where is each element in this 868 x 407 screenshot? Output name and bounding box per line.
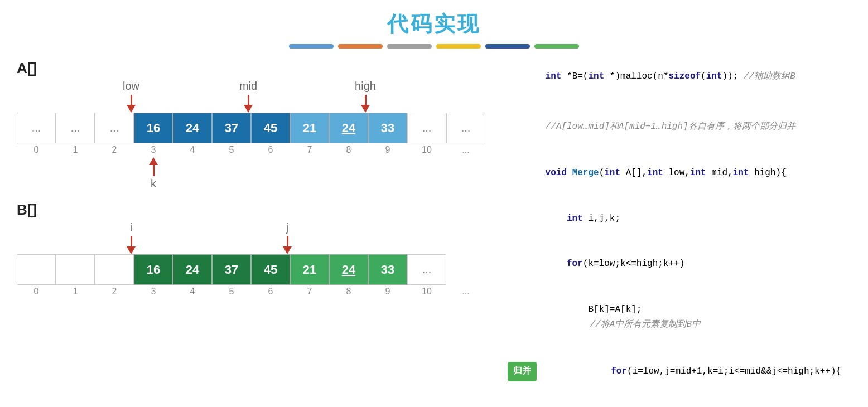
array-cell bbox=[56, 254, 95, 285]
index-cell: 0 bbox=[17, 143, 56, 155]
index-cell: 8 bbox=[329, 285, 368, 297]
array-cell bbox=[17, 254, 56, 285]
code-line-7: if(B[i]<=B[j]) bbox=[513, 394, 857, 407]
low-label: low bbox=[123, 80, 139, 93]
index-cell: 0 bbox=[17, 285, 56, 297]
mid-label: mid bbox=[239, 80, 257, 93]
color-bar-1 bbox=[289, 44, 334, 49]
code-line-6: for(i=low,j=mid+1,k=i;i<=mid&&j<=high;k+… bbox=[547, 349, 841, 395]
code-line-1: int *B=(int *)malloc(n*sizeof(int)); //辅… bbox=[513, 54, 857, 100]
array-a-indices: 0 1 2 3 4 5 6 7 8 9 10 ... bbox=[17, 143, 496, 155]
array-cell: 45 bbox=[251, 254, 290, 285]
mid-pointer: mid bbox=[229, 80, 268, 113]
code-comment-1: //A[low…mid]和A[mid+1…high]各自有序，将两个部分归并 bbox=[513, 104, 857, 150]
color-bar-2 bbox=[338, 44, 383, 49]
low-pointer: low bbox=[112, 80, 151, 113]
index-cell: 7 bbox=[290, 143, 329, 155]
array-cell: ... bbox=[95, 113, 134, 143]
array-cell: ... bbox=[17, 113, 56, 143]
array-cell: 21 bbox=[290, 254, 329, 285]
index-cell: 5 bbox=[212, 285, 251, 297]
code-line-5: B[k]=A[k]; //将A中所有元素复制到B中 bbox=[513, 287, 857, 348]
index-cell: 3 bbox=[134, 143, 173, 155]
index-cell: 6 bbox=[251, 143, 290, 155]
index-cell: 8 bbox=[329, 143, 368, 155]
array-cell: 33 bbox=[368, 254, 407, 285]
k-pointer-section: k bbox=[134, 157, 173, 190]
array-cell: ... bbox=[407, 113, 446, 143]
array-cell: 37 bbox=[212, 254, 251, 285]
array-cell: 24 bbox=[329, 113, 368, 143]
array-cell: ... bbox=[407, 254, 446, 285]
index-cell: ... bbox=[446, 143, 485, 155]
array-cell: 16 bbox=[134, 113, 173, 143]
i-pointer: i bbox=[112, 221, 151, 254]
index-cell: 4 bbox=[173, 285, 212, 297]
index-cell: 2 bbox=[95, 143, 134, 155]
color-bar-6 bbox=[534, 44, 579, 49]
array-cell: 24 bbox=[173, 254, 212, 285]
array-cell: 37 bbox=[212, 113, 251, 143]
code-line-2: void Merge(int A[],int low,int mid,int h… bbox=[513, 151, 857, 196]
high-pointer: high bbox=[346, 80, 385, 113]
index-cell: 9 bbox=[368, 143, 407, 155]
right-panel: int *B=(int *)malloc(n*sizeof(int)); //辅… bbox=[496, 54, 868, 407]
index-cell: 9 bbox=[368, 285, 407, 297]
index-cell: 1 bbox=[56, 143, 95, 155]
color-bar-3 bbox=[387, 44, 432, 49]
index-cell: 10 bbox=[407, 143, 446, 155]
color-bar-5 bbox=[485, 44, 530, 49]
color-bars bbox=[0, 44, 868, 49]
array-a-cells: ... ... ... 16 24 37 45 21 24 33 ... ... bbox=[17, 113, 496, 143]
array-cell bbox=[95, 254, 134, 285]
j-pointer: j bbox=[268, 221, 307, 254]
index-cell: 1 bbox=[56, 285, 95, 297]
index-cell: 6 bbox=[251, 285, 290, 297]
array-b-cells: 16 24 37 45 21 24 33 ... bbox=[17, 254, 496, 285]
code-line-4: for(k=low;k<=high;k++) bbox=[513, 241, 857, 287]
left-panel: A[] low mid bbox=[17, 54, 496, 407]
index-cell: 2 bbox=[95, 285, 134, 297]
index-cell: 5 bbox=[212, 143, 251, 155]
color-bar-4 bbox=[436, 44, 481, 49]
i-label: i bbox=[130, 221, 132, 234]
array-b-indices: 0 1 2 3 4 5 6 7 8 9 10 ... bbox=[17, 285, 496, 297]
high-label: high bbox=[355, 80, 376, 93]
array-cell: ... bbox=[446, 113, 485, 143]
code-line-6-wrapper: 归并 for(i=low,j=mid+1,k=i;i<=mid&&j<=high… bbox=[513, 349, 857, 395]
array-cell: 21 bbox=[290, 113, 329, 143]
array-b-label: B[] bbox=[17, 201, 496, 219]
index-cell: 10 bbox=[407, 285, 446, 297]
array-cell: 16 bbox=[134, 254, 173, 285]
k-label: k bbox=[151, 177, 156, 190]
array-cell: 45 bbox=[251, 113, 290, 143]
index-cell: ... bbox=[446, 285, 485, 297]
index-cell: 3 bbox=[134, 285, 173, 297]
array-cell: 24 bbox=[329, 254, 368, 285]
array-a-label: A[] bbox=[17, 60, 496, 77]
array-cell: ... bbox=[56, 113, 95, 143]
array-cell: 24 bbox=[173, 113, 212, 143]
code-line-3: int i,j,k; bbox=[513, 196, 857, 242]
array-b-section: B[] i j bbox=[17, 201, 496, 297]
index-cell: 4 bbox=[173, 143, 212, 155]
page-title: 代码实现 bbox=[0, 0, 868, 38]
array-a-section: A[] low mid bbox=[17, 60, 496, 190]
index-cell: 7 bbox=[290, 285, 329, 297]
merge-badge: 归并 bbox=[508, 362, 537, 381]
array-cell: 33 bbox=[368, 113, 407, 143]
j-label: j bbox=[286, 221, 288, 234]
